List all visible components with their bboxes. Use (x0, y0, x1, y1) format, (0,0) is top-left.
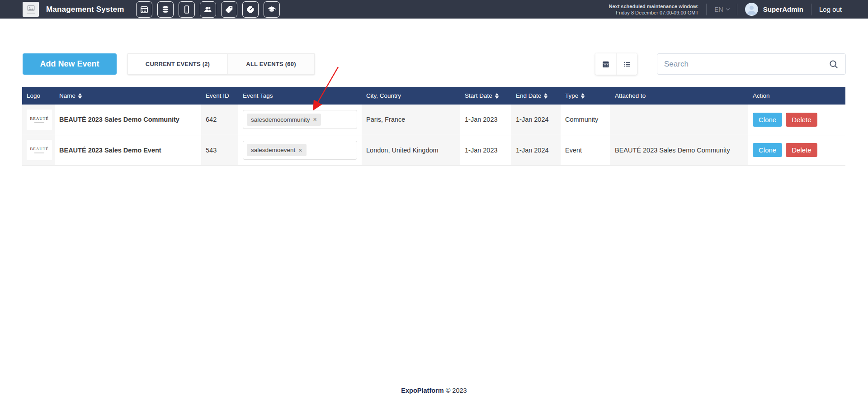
tag-chip: salesdemoevent × (247, 144, 307, 156)
attached-to: BEAUTÉ 2023 Sales Demo Community (610, 135, 748, 165)
delete-button[interactable]: Delete (786, 113, 817, 127)
start-date: 1-Jan 2023 (460, 135, 511, 165)
column-header-end-date-label: End Date (516, 92, 541, 99)
event-logo: BEAUTÉ (27, 140, 52, 160)
action-cell: Clone Delete (748, 135, 845, 165)
column-header-attached-to: Attached to (610, 87, 748, 105)
event-name: BEAUTÉ 2023 Sales Demo Event (55, 135, 201, 165)
database-icon (161, 5, 170, 14)
end-date: 1-Jan 2024 (511, 105, 561, 135)
brand-logo-placeholder (23, 2, 39, 17)
tag-chip-label: salesdemocommunity (251, 116, 310, 123)
navbar: Management System (0, 0, 868, 19)
clone-button[interactable]: Clone (753, 113, 782, 127)
calendar-view-button[interactable] (595, 53, 616, 75)
table-row: BEAUTÉ BEAUTÉ 2023 Sales Demo Event 543 … (22, 135, 845, 165)
column-header-start-date[interactable]: Start Date (460, 87, 511, 105)
sort-icon (581, 93, 585, 99)
username[interactable]: SuperAdmin (763, 5, 803, 13)
view-toggle-group (595, 53, 637, 75)
footer-brand: ExpoPlatform (401, 387, 443, 394)
city-country: London, United Kingdom (362, 135, 460, 165)
event-tags-cell: salesdemoevent × (238, 135, 362, 165)
remove-tag-icon[interactable]: × (313, 117, 317, 122)
search-box (657, 53, 846, 75)
column-header-action: Action (748, 87, 845, 105)
column-header-city-country: City, Country (362, 87, 460, 105)
event-tags-cell: salesdemocommunity × (238, 105, 362, 135)
nav-dashboard-button[interactable] (242, 1, 259, 18)
event-type: Event (561, 135, 610, 165)
event-tabs: CURRENT EVENTS (2) ALL EVENTS (60) (127, 53, 315, 75)
column-header-event-id: Event ID (201, 87, 238, 105)
delete-button[interactable]: Delete (786, 143, 817, 157)
tab-all-events[interactable]: ALL EVENTS (60) (227, 53, 315, 75)
list-view-button[interactable] (616, 53, 637, 75)
education-icon (267, 5, 276, 14)
dashboard-icon (246, 5, 255, 14)
event-logo-tagline (34, 122, 44, 123)
nav-education-button[interactable] (264, 1, 280, 18)
avatar[interactable] (745, 3, 758, 16)
column-header-logo: Logo (22, 87, 55, 105)
chevron-down-icon (726, 7, 730, 11)
clone-button[interactable]: Clone (753, 143, 782, 157)
column-header-start-date-label: Start Date (465, 92, 492, 99)
event-logo: BEAUTÉ (27, 110, 52, 130)
nav-users-button[interactable] (200, 1, 216, 18)
sort-icon (544, 93, 547, 99)
language-label: EN (714, 6, 723, 13)
events-table: Logo Name Event ID Event Tags City, Coun… (22, 87, 845, 166)
event-logo-text: BEAUTÉ (30, 147, 49, 151)
event-name: BEAUTÉ 2023 Sales Demo Community (55, 105, 201, 135)
nav-tag-button[interactable] (221, 1, 237, 18)
mobile-icon (182, 5, 191, 14)
tag-chip: salesdemocommunity × (247, 114, 321, 126)
app-title: Management System (46, 5, 124, 14)
event-id: 543 (201, 135, 238, 165)
logout-button[interactable]: Log out (819, 5, 842, 13)
sort-icon (78, 93, 82, 99)
maintenance-line1: Next scheduled maintenance window: (609, 3, 698, 10)
search-icon[interactable] (829, 59, 839, 69)
nav-mobile-button[interactable] (179, 1, 195, 18)
toolbar-spacer (315, 53, 595, 75)
event-logo-tagline (34, 152, 44, 153)
end-date: 1-Jan 2024 (511, 135, 561, 165)
toolbar: Add New Event CURRENT EVENTS (2) ALL EVE… (23, 53, 846, 75)
event-logo-text: BEAUTÉ (30, 116, 49, 121)
table-row: BEAUTÉ BEAUTÉ 2023 Sales Demo Community … (22, 105, 845, 135)
column-header-name[interactable]: Name (55, 87, 201, 105)
navbar-divider (737, 4, 737, 15)
calendar-icon (140, 5, 149, 14)
footer-copyright: © 2023 (446, 387, 467, 394)
event-tags-input[interactable]: salesdemocommunity × (243, 110, 357, 129)
image-placeholder-icon (27, 5, 35, 12)
city-country: Paris, France (362, 105, 460, 135)
add-new-event-button[interactable]: Add New Event (23, 53, 117, 75)
attached-to (610, 105, 748, 135)
column-header-type[interactable]: Type (561, 87, 610, 105)
nav-calendar-button[interactable] (136, 1, 152, 18)
maintenance-line2: Friday 8 December 07:00-09:00 GMT (609, 10, 698, 16)
language-selector[interactable]: EN (714, 6, 729, 13)
tab-current-events[interactable]: CURRENT EVENTS (2) (127, 53, 227, 75)
column-header-end-date[interactable]: End Date (511, 87, 561, 105)
navbar-divider (811, 4, 811, 15)
start-date: 1-Jan 2023 (460, 105, 511, 135)
logo-cell: BEAUTÉ (22, 105, 55, 135)
event-type: Community (561, 105, 610, 135)
image-placeholder-caption (27, 13, 35, 14)
navbar-divider (706, 4, 707, 15)
action-cell: Clone Delete (748, 105, 845, 135)
event-tags-input[interactable]: salesdemoevent × (243, 141, 357, 160)
column-header-event-tags: Event Tags (238, 87, 362, 105)
nav-database-button[interactable] (157, 1, 174, 18)
search-input[interactable] (664, 60, 829, 69)
remove-tag-icon[interactable]: × (298, 148, 302, 152)
event-id: 642 (201, 105, 238, 135)
calendar-view-icon (601, 60, 610, 69)
tag-icon (225, 5, 234, 14)
tag-chip-label: salesdemoevent (251, 147, 295, 153)
user-avatar-icon (745, 3, 758, 16)
